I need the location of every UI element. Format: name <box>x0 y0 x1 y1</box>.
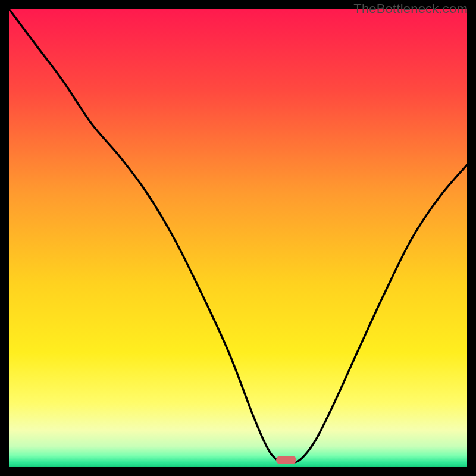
plot-area <box>9 9 467 467</box>
bottleneck-curve <box>9 9 467 467</box>
optimum-marker <box>276 456 296 464</box>
watermark-text: TheBottleneck.com <box>353 1 468 17</box>
chart-frame: TheBottleneck.com <box>0 0 476 476</box>
